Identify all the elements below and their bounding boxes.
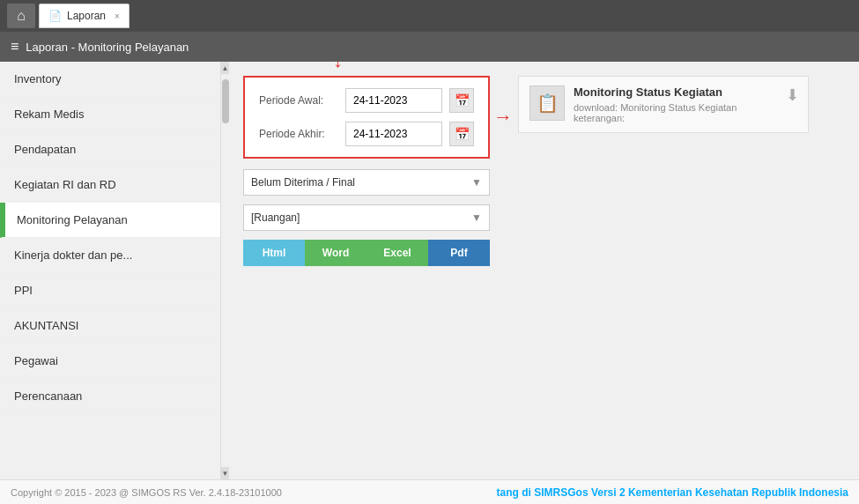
info-card-title: Monitoring Status Kegiatan	[574, 85, 797, 99]
dropdown2-row: [Ruangan] ▼	[243, 204, 490, 231]
sidebar-item-pegawai[interactable]: Pegawai	[0, 344, 220, 379]
footer-copyright: Copyright © 2015 - 2023 @ SIMGOS RS Ver.…	[11, 487, 282, 498]
laporan-tab[interactable]: 📄 Laporan ×	[39, 4, 130, 28]
excel-button[interactable]: Excel	[367, 240, 428, 266]
sidebar-item-ppi[interactable]: PPI	[0, 273, 220, 308]
ruangan-dropdown[interactable]: [Ruangan] ▼	[243, 204, 490, 231]
date-form-section: ↓ → Periode Awal: 24-11-2023 📅 Periode A	[243, 76, 490, 159]
top-bar: ⌂ 📄 Laporan ×	[0, 0, 859, 32]
sidebar-scrollbar[interactable]: ▲ ▼	[220, 62, 229, 479]
scroll-up-button[interactable]: ▲	[221, 62, 229, 74]
dropdown1-row: Belum Diterima / Final ▼	[243, 169, 490, 196]
arrow-top: ↓	[333, 62, 343, 72]
html-button[interactable]: Html	[243, 240, 305, 266]
action-buttons: Html Word Excel Pdf	[243, 240, 490, 266]
home-icon: ⌂	[17, 8, 26, 24]
scroll-down-button[interactable]: ▼	[221, 467, 229, 479]
periode-awal-input[interactable]: 24-11-2023	[345, 88, 442, 113]
status-dropdown-value: Belum Diterima / Final	[251, 176, 355, 189]
word-button[interactable]: Word	[305, 240, 367, 266]
sub-header-title: Laporan - Monitoring Pelayanan	[26, 41, 189, 54]
periode-akhir-value: 24-11-2023	[353, 128, 407, 140]
info-card: 📋 Monitoring Status Kegiatan download: M…	[518, 76, 809, 133]
sub-header: ≡ Laporan - Monitoring Pelayanan	[0, 32, 859, 62]
sidebar-container: Inventory Rekam Medis Pendapatan Kegiata…	[0, 62, 229, 479]
sidebar-item-monitoring-pelayanan[interactable]: Monitoring Pelayanan	[0, 203, 220, 238]
sidebar-item-label: Rekam Medis	[14, 107, 84, 121]
info-card-subtitle1: download: Monitoring Status Kegiatan	[574, 102, 797, 113]
info-card-subtitle2: keterangan:	[574, 113, 797, 123]
periode-akhir-label: Periode Akhir:	[259, 128, 338, 140]
periode-awal-row: Periode Awal: 24-11-2023 📅	[259, 88, 474, 113]
sidebar-item-perencanaan[interactable]: Perencanaan	[0, 379, 220, 414]
pdf-button[interactable]: Pdf	[428, 240, 490, 266]
sidebar-item-label: AKUNTANSI	[14, 319, 78, 332]
download-icon: ⬇	[786, 86, 799, 104]
content-area: ↓ → Periode Awal: 24-11-2023 📅 Periode A	[229, 62, 859, 479]
periode-akhir-row: Periode Akhir: 24-11-2023 📅	[259, 122, 474, 146]
info-card-content: Monitoring Status Kegiatan download: Mon…	[574, 85, 797, 123]
home-button[interactable]: ⌂	[7, 4, 35, 28]
periode-awal-value: 24-11-2023	[353, 94, 407, 107]
hamburger-icon[interactable]: ≡	[11, 39, 19, 55]
sidebar-item-inventory[interactable]: Inventory	[0, 62, 220, 97]
calendar-icon-2: 📅	[455, 127, 470, 141]
ruangan-dropdown-value: [Ruangan]	[251, 211, 300, 224]
info-card-icon: 📋	[529, 85, 565, 121]
footer: Copyright © 2015 - 2023 @ SIMGOS RS Ver.…	[0, 479, 859, 504]
right-panel: 📋 Monitoring Status Kegiatan download: M…	[518, 76, 809, 266]
sidebar-item-label: Inventory	[14, 72, 61, 85]
download-button[interactable]: ⬇	[786, 85, 799, 105]
sidebar-item-label: Monitoring Pelayanan	[17, 213, 128, 226]
scrollbar-thumb[interactable]	[222, 79, 229, 123]
tab-icon: 📄	[48, 10, 62, 22]
periode-akhir-input[interactable]: 24-11-2023	[345, 122, 442, 146]
status-dropdown[interactable]: Belum Diterima / Final ▼	[243, 169, 490, 196]
calendar-icon: 📅	[455, 93, 470, 107]
sidebar-item-pendapatan[interactable]: Pendapatan	[0, 132, 220, 167]
sidebar-item-rekam-medis[interactable]: Rekam Medis	[0, 97, 220, 132]
sidebar-item-label: Pendapatan	[14, 143, 76, 156]
document-icon: 📋	[537, 93, 559, 114]
sidebar-item-label: PPI	[14, 284, 33, 297]
tab-label: Laporan	[67, 10, 106, 22]
sidebar-list: Inventory Rekam Medis Pendapatan Kegiata…	[0, 62, 220, 479]
sidebar-item-label: Pegawai	[14, 354, 58, 367]
dropdown2-arrow-icon: ▼	[471, 211, 482, 224]
arrow-right: →	[493, 106, 513, 129]
periode-akhir-calendar-button[interactable]: 📅	[449, 122, 474, 146]
sidebar-item-label: Kinerja dokter dan pe...	[14, 248, 132, 262]
periode-awal-label: Periode Awal:	[259, 94, 338, 107]
footer-marquee: tang di SIMRSGos Versi 2 Kementerian Kes…	[497, 486, 848, 499]
sidebar-item-label: Perencanaan	[14, 389, 82, 403]
sidebar-item-kinerja-dokter[interactable]: Kinerja dokter dan pe...	[0, 238, 220, 273]
dropdown1-arrow-icon: ▼	[471, 176, 482, 189]
sidebar-item-kegiatan-ri-rd[interactable]: Kegiatan RI dan RD	[0, 167, 220, 203]
periode-awal-calendar-button[interactable]: 📅	[449, 88, 474, 113]
sidebar-item-label: Kegiatan RI dan RD	[14, 178, 116, 191]
tab-close-icon[interactable]: ×	[115, 11, 120, 21]
form-panel: ↓ → Periode Awal: 24-11-2023 📅 Periode A	[243, 76, 490, 266]
sidebar-item-akuntansi[interactable]: AKUNTANSI	[0, 308, 220, 344]
main-layout: Inventory Rekam Medis Pendapatan Kegiata…	[0, 62, 859, 479]
